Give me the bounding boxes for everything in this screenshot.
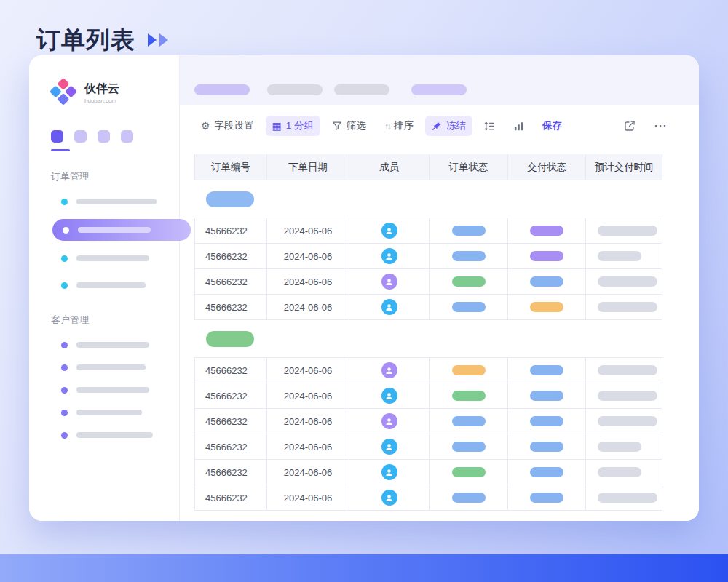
sidebar-nav-item[interactable] (51, 426, 179, 445)
breadcrumb-pill[interactable] (334, 84, 389, 95)
delivery-status-pill[interactable] (530, 416, 563, 426)
order-status-pill[interactable] (452, 251, 486, 261)
eta-cell[interactable] (586, 409, 662, 434)
eta-cell[interactable] (586, 460, 662, 485)
delivery-status-pill[interactable] (530, 302, 563, 312)
order-status-pill[interactable] (452, 276, 486, 287)
order-date-cell[interactable]: 2024-06-06 (267, 485, 349, 511)
order-status-pill[interactable] (452, 302, 486, 312)
column-header[interactable]: 预计交付时间 (586, 154, 662, 180)
order-row[interactable]: 456662322024-06-06 (194, 383, 663, 409)
order-number-cell[interactable]: 45666232 (194, 358, 267, 383)
order-row[interactable]: 456662322024-06-06 (194, 485, 663, 511)
column-header[interactable]: 成员 (349, 154, 430, 180)
eta-cell[interactable] (586, 383, 662, 409)
order-number-cell[interactable]: 45666232 (194, 485, 267, 511)
column-header[interactable]: 订单状态 (430, 154, 508, 180)
order-number-cell[interactable]: 45666232 (194, 383, 267, 409)
member-avatar[interactable] (381, 413, 397, 429)
field-settings-button[interactable]: ⚙ 字段设置 (194, 116, 261, 136)
row-height-button[interactable] (478, 117, 502, 135)
eta-cell[interactable] (586, 218, 662, 244)
more-button[interactable]: ⋯ (647, 116, 673, 136)
sidebar-nav-item[interactable] (51, 403, 179, 422)
freeze-button[interactable]: 冻结 (425, 116, 472, 136)
delivery-status-pill[interactable] (530, 226, 563, 236)
order-number-cell[interactable]: 45666232 (194, 409, 267, 434)
member-avatar[interactable] (381, 464, 397, 480)
order-number-cell[interactable]: 45666232 (194, 269, 267, 295)
order-status-pill[interactable] (452, 493, 486, 503)
order-row[interactable]: 456662322024-06-06 (194, 409, 663, 434)
delivery-status-pill[interactable] (530, 276, 563, 287)
column-header[interactable]: 下单日期 (267, 154, 349, 180)
group-button[interactable]: ▦ 1 分组 (266, 116, 321, 136)
breadcrumb-pill[interactable] (267, 84, 323, 95)
delivery-status-pill[interactable] (530, 391, 563, 401)
member-avatar[interactable] (381, 248, 397, 264)
sidebar-nav-item[interactable] (51, 335, 179, 354)
filter-button[interactable]: 筛选 (325, 116, 373, 136)
breadcrumb-pill[interactable] (194, 84, 250, 95)
eta-cell[interactable] (586, 434, 662, 460)
sidebar-nav-item[interactable] (51, 192, 179, 211)
order-date-cell[interactable]: 2024-06-06 (267, 218, 349, 244)
sidebar-nav-item[interactable] (51, 358, 179, 377)
order-row[interactable]: 456662322024-06-06 (194, 295, 663, 320)
order-status-pill[interactable] (452, 391, 486, 401)
order-number-cell[interactable]: 45666232 (194, 218, 267, 244)
order-row[interactable]: 456662322024-06-06 (194, 244, 663, 269)
order-row[interactable]: 456662322024-06-06 (194, 218, 663, 244)
member-avatar[interactable] (381, 490, 397, 506)
order-date-cell[interactable]: 2024-06-06 (267, 383, 349, 409)
order-date-cell[interactable]: 2024-06-06 (267, 244, 349, 269)
sidebar-nav-item[interactable] (51, 249, 179, 268)
group-pill[interactable] (206, 191, 254, 207)
delivery-status-pill[interactable] (530, 251, 563, 261)
order-date-cell[interactable]: 2024-06-06 (267, 295, 349, 320)
export-button[interactable] (617, 116, 642, 135)
sidebar-nav-item[interactable] (51, 380, 179, 399)
order-number-cell[interactable]: 45666232 (194, 434, 267, 460)
eta-cell[interactable] (586, 358, 662, 383)
member-avatar[interactable] (381, 439, 397, 455)
order-row[interactable]: 456662322024-06-06 (194, 434, 663, 460)
order-status-pill[interactable] (452, 365, 486, 375)
sidebar-nav-item[interactable] (52, 219, 191, 241)
order-date-cell[interactable]: 2024-06-06 (267, 269, 349, 295)
order-status-pill[interactable] (452, 467, 486, 477)
delivery-status-pill[interactable] (530, 365, 563, 375)
chart-button[interactable] (507, 117, 531, 135)
group-header-row[interactable] (194, 320, 663, 358)
order-date-cell[interactable]: 2024-06-06 (267, 358, 349, 383)
order-number-cell[interactable]: 45666232 (194, 295, 267, 320)
member-avatar[interactable] (381, 388, 397, 404)
order-status-pill[interactable] (452, 442, 486, 452)
order-date-cell[interactable]: 2024-06-06 (267, 434, 349, 460)
eta-cell[interactable] (586, 485, 662, 511)
order-row[interactable]: 456662322024-06-06 (194, 460, 663, 485)
delivery-status-pill[interactable] (530, 467, 563, 477)
order-number-cell[interactable]: 45666232 (194, 460, 267, 485)
workspace-square[interactable] (51, 130, 63, 143)
member-avatar[interactable] (381, 362, 397, 378)
member-avatar[interactable] (381, 223, 397, 239)
eta-cell[interactable] (586, 269, 662, 295)
member-avatar[interactable] (381, 299, 397, 315)
delivery-status-pill[interactable] (530, 442, 563, 452)
sidebar-nav-item[interactable] (51, 276, 179, 295)
workspace-square[interactable] (98, 130, 110, 143)
order-status-pill[interactable] (452, 226, 486, 236)
column-header[interactable]: 交付状态 (508, 154, 586, 180)
eta-cell[interactable] (586, 244, 662, 269)
group-header-row[interactable] (194, 180, 663, 218)
eta-cell[interactable] (586, 295, 662, 320)
breadcrumb-pill[interactable] (411, 84, 467, 95)
workspace-square[interactable] (74, 130, 87, 143)
member-avatar[interactable] (381, 274, 397, 290)
order-date-cell[interactable]: 2024-06-06 (267, 409, 349, 434)
delivery-status-pill[interactable] (530, 493, 563, 503)
column-header[interactable]: 订单编号 (194, 154, 267, 180)
workspace-square[interactable] (121, 130, 133, 143)
order-row[interactable]: 456662322024-06-06 (194, 358, 663, 383)
